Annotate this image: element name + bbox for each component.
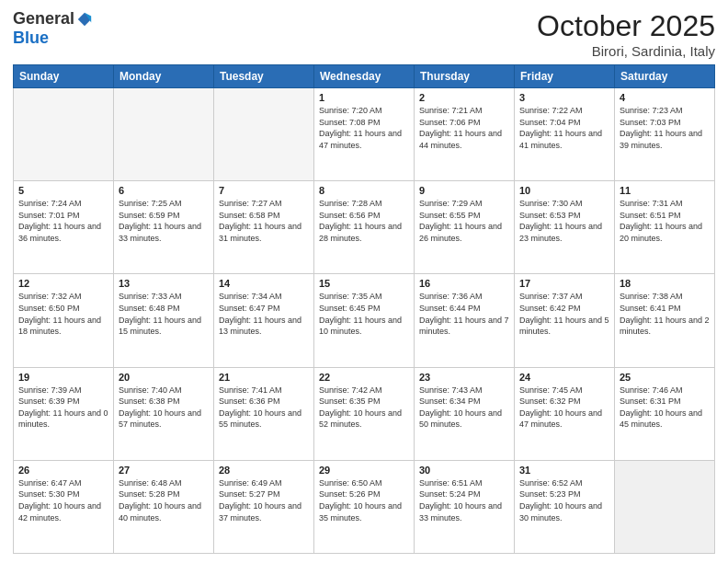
- day-number: 5: [18, 185, 108, 196]
- day-number: 4: [620, 92, 710, 103]
- table-row: 6Sunrise: 7:25 AM Sunset: 6:59 PM Daylig…: [114, 181, 214, 274]
- day-info: Sunrise: 7:24 AM Sunset: 7:01 PM Dayligh…: [18, 198, 108, 244]
- day-info: Sunrise: 7:22 AM Sunset: 7:04 PM Dayligh…: [519, 105, 609, 151]
- table-row: 17Sunrise: 7:37 AM Sunset: 6:42 PM Dayli…: [515, 274, 615, 367]
- table-row: [214, 88, 314, 181]
- day-number: 12: [18, 278, 108, 289]
- day-info: Sunrise: 7:23 AM Sunset: 7:03 PM Dayligh…: [620, 105, 710, 151]
- table-row: 18Sunrise: 7:38 AM Sunset: 6:41 PM Dayli…: [615, 274, 715, 367]
- table-row: 8Sunrise: 7:28 AM Sunset: 6:56 PM Daylig…: [314, 181, 415, 274]
- table-row: 23Sunrise: 7:43 AM Sunset: 6:34 PM Dayli…: [415, 367, 515, 460]
- day-info: Sunrise: 7:36 AM Sunset: 6:44 PM Dayligh…: [419, 291, 509, 337]
- table-row: 16Sunrise: 7:36 AM Sunset: 6:44 PM Dayli…: [415, 274, 515, 367]
- day-number: 14: [219, 278, 309, 289]
- day-number: 1: [319, 92, 409, 103]
- calendar-header-row: Sunday Monday Tuesday Wednesday Thursday…: [14, 65, 715, 88]
- day-info: Sunrise: 6:48 AM Sunset: 5:28 PM Dayligh…: [119, 477, 209, 523]
- day-info: Sunrise: 7:38 AM Sunset: 6:41 PM Dayligh…: [620, 291, 710, 337]
- day-number: 19: [18, 372, 108, 383]
- table-row: 1Sunrise: 7:20 AM Sunset: 7:08 PM Daylig…: [314, 88, 415, 181]
- day-number: 10: [519, 185, 609, 196]
- day-number: 11: [620, 185, 710, 196]
- table-row: 26Sunrise: 6:47 AM Sunset: 5:30 PM Dayli…: [14, 460, 114, 553]
- table-row: 14Sunrise: 7:34 AM Sunset: 6:47 PM Dayli…: [214, 274, 314, 367]
- table-row: 7Sunrise: 7:27 AM Sunset: 6:58 PM Daylig…: [214, 181, 314, 274]
- day-info: Sunrise: 7:39 AM Sunset: 6:39 PM Dayligh…: [18, 385, 108, 431]
- day-number: 3: [519, 92, 609, 103]
- day-number: 30: [419, 465, 509, 476]
- title-area: October 2025 Birori, Sardinia, Italy: [537, 9, 715, 59]
- table-row: 9Sunrise: 7:29 AM Sunset: 6:55 PM Daylig…: [415, 181, 515, 274]
- day-number: 17: [519, 278, 609, 289]
- page: General Blue October 2025 Birori, Sardin…: [0, 0, 728, 563]
- logo-icon: [76, 11, 93, 28]
- day-info: Sunrise: 7:31 AM Sunset: 6:51 PM Dayligh…: [620, 198, 710, 244]
- month-title: October 2025: [537, 9, 715, 43]
- table-row: 2Sunrise: 7:21 AM Sunset: 7:06 PM Daylig…: [415, 88, 515, 181]
- table-row: 15Sunrise: 7:35 AM Sunset: 6:45 PM Dayli…: [314, 274, 415, 367]
- day-info: Sunrise: 7:21 AM Sunset: 7:06 PM Dayligh…: [419, 105, 509, 151]
- header-monday: Monday: [114, 65, 214, 88]
- day-info: Sunrise: 7:46 AM Sunset: 6:31 PM Dayligh…: [620, 385, 710, 431]
- day-info: Sunrise: 7:37 AM Sunset: 6:42 PM Dayligh…: [519, 291, 609, 337]
- table-row: [114, 88, 214, 181]
- location: Birori, Sardinia, Italy: [537, 43, 715, 59]
- day-info: Sunrise: 7:34 AM Sunset: 6:47 PM Dayligh…: [219, 291, 309, 337]
- table-row: 24Sunrise: 7:45 AM Sunset: 6:32 PM Dayli…: [515, 367, 615, 460]
- day-number: 28: [219, 465, 309, 476]
- logo: General Blue: [13, 9, 93, 48]
- day-info: Sunrise: 7:43 AM Sunset: 6:34 PM Dayligh…: [419, 385, 509, 431]
- day-info: Sunrise: 7:33 AM Sunset: 6:48 PM Dayligh…: [119, 291, 209, 337]
- day-info: Sunrise: 7:35 AM Sunset: 6:45 PM Dayligh…: [319, 291, 409, 337]
- day-info: Sunrise: 7:41 AM Sunset: 6:36 PM Dayligh…: [219, 385, 309, 431]
- day-number: 25: [620, 372, 710, 383]
- table-row: 12Sunrise: 7:32 AM Sunset: 6:50 PM Dayli…: [14, 274, 114, 367]
- day-number: 26: [18, 465, 108, 476]
- table-row: 5Sunrise: 7:24 AM Sunset: 7:01 PM Daylig…: [14, 181, 114, 274]
- day-info: Sunrise: 7:27 AM Sunset: 6:58 PM Dayligh…: [219, 198, 309, 244]
- day-info: Sunrise: 6:49 AM Sunset: 5:27 PM Dayligh…: [219, 477, 309, 523]
- table-row: 25Sunrise: 7:46 AM Sunset: 6:31 PM Dayli…: [615, 367, 715, 460]
- day-number: 18: [620, 278, 710, 289]
- table-row: 31Sunrise: 6:52 AM Sunset: 5:23 PM Dayli…: [515, 460, 615, 553]
- day-number: 29: [319, 465, 409, 476]
- table-row: 20Sunrise: 7:40 AM Sunset: 6:38 PM Dayli…: [114, 367, 214, 460]
- table-row: 4Sunrise: 7:23 AM Sunset: 7:03 PM Daylig…: [615, 88, 715, 181]
- header-saturday: Saturday: [615, 65, 715, 88]
- day-info: Sunrise: 7:32 AM Sunset: 6:50 PM Dayligh…: [18, 291, 108, 337]
- day-info: Sunrise: 6:52 AM Sunset: 5:23 PM Dayligh…: [519, 477, 609, 523]
- day-number: 22: [319, 372, 409, 383]
- day-number: 27: [119, 465, 209, 476]
- day-number: 8: [319, 185, 409, 196]
- logo-blue-text: Blue: [13, 29, 49, 48]
- day-info: Sunrise: 6:47 AM Sunset: 5:30 PM Dayligh…: [18, 477, 108, 523]
- day-number: 9: [419, 185, 509, 196]
- day-info: Sunrise: 7:25 AM Sunset: 6:59 PM Dayligh…: [119, 198, 209, 244]
- header-wednesday: Wednesday: [314, 65, 415, 88]
- table-row: 13Sunrise: 7:33 AM Sunset: 6:48 PM Dayli…: [114, 274, 214, 367]
- table-row: 3Sunrise: 7:22 AM Sunset: 7:04 PM Daylig…: [515, 88, 615, 181]
- table-row: 27Sunrise: 6:48 AM Sunset: 5:28 PM Dayli…: [114, 460, 214, 553]
- day-info: Sunrise: 7:42 AM Sunset: 6:35 PM Dayligh…: [319, 385, 409, 431]
- day-number: 15: [319, 278, 409, 289]
- day-number: 20: [119, 372, 209, 383]
- day-info: Sunrise: 6:51 AM Sunset: 5:24 PM Dayligh…: [419, 477, 509, 523]
- table-row: [615, 460, 715, 553]
- header-sunday: Sunday: [14, 65, 114, 88]
- table-row: 29Sunrise: 6:50 AM Sunset: 5:26 PM Dayli…: [314, 460, 415, 553]
- day-number: 6: [119, 185, 209, 196]
- day-info: Sunrise: 7:30 AM Sunset: 6:53 PM Dayligh…: [519, 198, 609, 244]
- day-number: 24: [519, 372, 609, 383]
- day-info: Sunrise: 7:29 AM Sunset: 6:55 PM Dayligh…: [419, 198, 509, 244]
- day-number: 13: [119, 278, 209, 289]
- day-number: 23: [419, 372, 509, 383]
- table-row: [14, 88, 114, 181]
- header: General Blue October 2025 Birori, Sardin…: [13, 9, 715, 59]
- day-info: Sunrise: 7:28 AM Sunset: 6:56 PM Dayligh…: [319, 198, 409, 244]
- day-number: 21: [219, 372, 309, 383]
- table-row: 30Sunrise: 6:51 AM Sunset: 5:24 PM Dayli…: [415, 460, 515, 553]
- table-row: 11Sunrise: 7:31 AM Sunset: 6:51 PM Dayli…: [615, 181, 715, 274]
- header-friday: Friday: [515, 65, 615, 88]
- table-row: 28Sunrise: 6:49 AM Sunset: 5:27 PM Dayli…: [214, 460, 314, 553]
- day-number: 31: [519, 465, 609, 476]
